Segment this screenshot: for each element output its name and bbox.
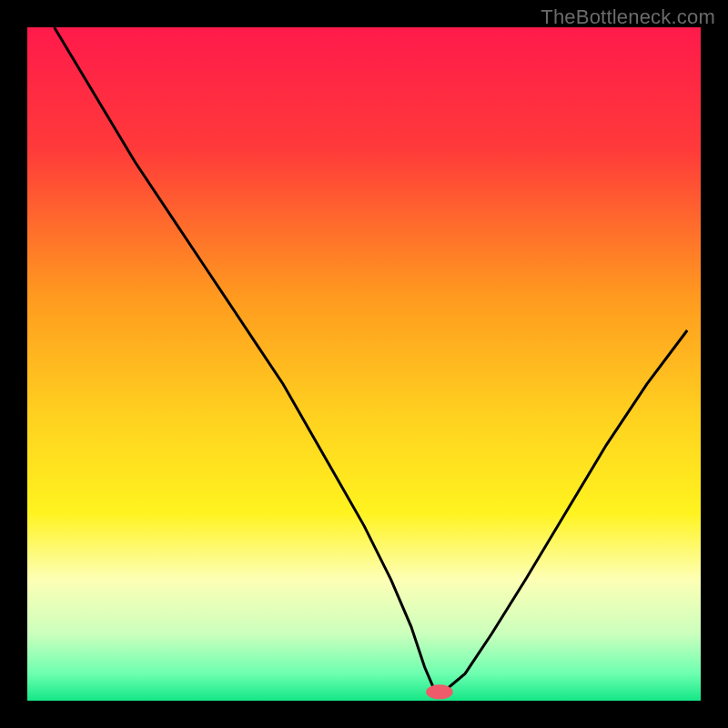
watermark-text: TheBottleneck.com bbox=[541, 5, 715, 29]
optimal-point-marker bbox=[426, 684, 453, 699]
chart-plot-area bbox=[27, 27, 701, 701]
chart-svg bbox=[27, 27, 701, 701]
chart-frame: TheBottleneck.com bbox=[0, 0, 728, 728]
chart-background-gradient bbox=[27, 27, 701, 701]
